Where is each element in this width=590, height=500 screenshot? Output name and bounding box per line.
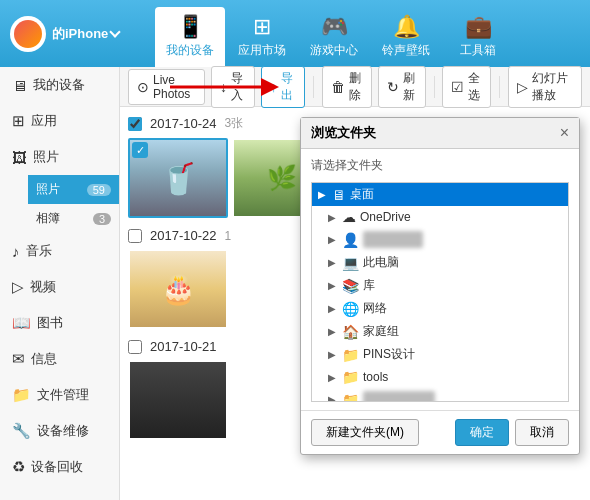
expand-icon-homegroup[interactable]: ▶ bbox=[328, 326, 338, 337]
confirm-button[interactable]: 确定 bbox=[455, 419, 509, 446]
sidebar-item-my-device[interactable]: 🖥 我的设备 bbox=[0, 67, 119, 103]
export-icon: ↑ bbox=[270, 79, 277, 95]
sidebar-item-album[interactable]: 相簿 3 bbox=[28, 204, 119, 233]
folder-icon-user1: 👤 bbox=[342, 232, 359, 248]
group-checkbox-2[interactable] bbox=[128, 229, 142, 243]
expand-icon-network[interactable]: ▶ bbox=[328, 303, 338, 314]
expand-icon-folder1[interactable]: ▶ bbox=[328, 394, 338, 402]
tab-app-market[interactable]: ⊞ 应用市场 bbox=[227, 7, 297, 67]
toolbar-separator3 bbox=[499, 76, 500, 98]
sidebar-item-recycle[interactable]: ♻ 设备回收 bbox=[0, 449, 119, 485]
select-all-button[interactable]: ☑ 全选 bbox=[442, 66, 491, 108]
app-logo bbox=[10, 16, 46, 52]
expand-icon-tools[interactable]: ▶ bbox=[328, 372, 338, 383]
sidebar-item-music[interactable]: ♪ 音乐 bbox=[0, 233, 119, 269]
browse-folder-dialog: 浏览文件夹 × 请选择文件夹 ▶ 🖥 桌面 ▶ ☁ OneDrive bbox=[300, 117, 580, 455]
folder-icon-tools: 📁 bbox=[342, 369, 359, 385]
folder-icon-desktop: 🖥 bbox=[332, 187, 346, 203]
tab-toolbox[interactable]: 💼 工具箱 bbox=[443, 7, 513, 67]
new-folder-button[interactable]: 新建文件夹(M) bbox=[311, 419, 419, 446]
device-icon: 📱 bbox=[177, 16, 204, 38]
cancel-button[interactable]: 取消 bbox=[515, 419, 569, 446]
photos-sidebar-icon: 🖼 bbox=[12, 149, 27, 166]
info-sidebar-icon: ✉ bbox=[12, 350, 25, 368]
photo-check-mark: ✓ bbox=[132, 142, 148, 158]
refresh-button[interactable]: ↻ 刷新 bbox=[378, 66, 426, 108]
import-button[interactable]: ↓ 导入 bbox=[211, 66, 255, 108]
photo-badge: 59 bbox=[87, 184, 111, 196]
appmarket-icon: ⊞ bbox=[253, 16, 271, 38]
recycle-sidebar-icon: ♻ bbox=[12, 458, 25, 476]
chevron-down-icon[interactable] bbox=[110, 26, 121, 37]
tree-item-this-pc[interactable]: ▶ 💻 此电脑 bbox=[312, 251, 568, 274]
sidebar-item-device-repair[interactable]: 🔧 设备维修 bbox=[0, 413, 119, 449]
apps-sidebar-icon: ⊞ bbox=[12, 112, 25, 130]
books-sidebar-icon: 📖 bbox=[12, 314, 31, 332]
sidebar-item-info[interactable]: ✉ 信息 bbox=[0, 341, 119, 377]
music-sidebar-icon: ♪ bbox=[12, 243, 20, 260]
slideshow-button[interactable]: ▷ 幻灯片播放 bbox=[508, 66, 582, 108]
tab-ringtone[interactable]: 🔔 铃声壁纸 bbox=[371, 7, 441, 67]
dialog-overlay: 浏览文件夹 × 请选择文件夹 ▶ 🖥 桌面 ▶ ☁ OneDrive bbox=[210, 107, 590, 500]
folder-icon-network: 🌐 bbox=[342, 301, 359, 317]
expand-icon-user1[interactable]: ▶ bbox=[328, 234, 338, 245]
group-checkbox-3[interactable] bbox=[128, 340, 142, 354]
live-photos-icon: ⊙ bbox=[137, 79, 149, 95]
live-photos-button[interactable]: ⊙ Live Photos bbox=[128, 69, 205, 105]
tab-my-device[interactable]: 📱 我的设备 bbox=[155, 7, 225, 67]
tree-item-homegroup[interactable]: ▶ 🏠 家庭组 bbox=[312, 320, 568, 343]
ringtone-icon: 🔔 bbox=[393, 16, 420, 38]
tab-game-center[interactable]: 🎮 游戏中心 bbox=[299, 7, 369, 67]
dialog-title-bar: 浏览文件夹 × bbox=[301, 118, 579, 149]
sidebar-item-apps[interactable]: ⊞ 应用 bbox=[0, 103, 119, 139]
tree-item-onedrive[interactable]: ▶ ☁ OneDrive bbox=[312, 206, 568, 228]
sidebar-item-file-mgmt[interactable]: 📁 文件管理 bbox=[0, 377, 119, 413]
import-icon: ↓ bbox=[220, 79, 227, 95]
folder-label-blurred-1: 用户文件夹 bbox=[363, 231, 423, 248]
tree-item-network[interactable]: ▶ 🌐 网络 bbox=[312, 297, 568, 320]
game-icon: 🎮 bbox=[321, 16, 348, 38]
dialog-footer: 新建文件夹(M) 确定 取消 bbox=[301, 410, 579, 454]
refresh-icon: ↻ bbox=[387, 79, 399, 95]
content-area: ⊙ Live Photos ↓ 导入 ↑ 导出 🗑 删除 ↻ 刷新 ☑ bbox=[120, 67, 590, 500]
tree-item-user1[interactable]: ▶ 👤 用户文件夹 bbox=[312, 228, 568, 251]
sidebar-item-photos-parent[interactable]: 🖼 照片 bbox=[0, 139, 119, 175]
video-sidebar-icon: ▷ bbox=[12, 278, 24, 296]
dialog-subtitle: 请选择文件夹 bbox=[301, 149, 579, 182]
expand-icon-onedrive[interactable]: ▶ bbox=[328, 212, 338, 223]
expand-icon-desktop[interactable]: ▶ bbox=[318, 189, 328, 200]
dialog-close-button[interactable]: × bbox=[560, 124, 569, 142]
folder-icon-this-pc: 💻 bbox=[342, 255, 359, 271]
group-checkbox-1[interactable] bbox=[128, 117, 142, 131]
expand-icon-this-pc[interactable]: ▶ bbox=[328, 257, 338, 268]
file-sidebar-icon: 📁 bbox=[12, 386, 31, 404]
dialog-title: 浏览文件夹 bbox=[311, 124, 376, 142]
photos-submenu: 照片 59 相簿 3 bbox=[0, 175, 119, 233]
folder-icon-library: 📚 bbox=[342, 278, 359, 294]
logo-icon bbox=[14, 20, 42, 48]
tree-item-library[interactable]: ▶ 📚 库 bbox=[312, 274, 568, 297]
toolbar-separator bbox=[313, 76, 314, 98]
tree-item-tools[interactable]: ▶ 📁 tools bbox=[312, 366, 568, 388]
delete-button[interactable]: 🗑 删除 bbox=[322, 66, 371, 108]
toolbar-separator2 bbox=[434, 76, 435, 98]
sidebar-item-photo[interactable]: 照片 59 bbox=[28, 175, 119, 204]
folder-tree[interactable]: ▶ 🖥 桌面 ▶ ☁ OneDrive ▶ 👤 用户文件夹 bbox=[311, 182, 569, 402]
nav-tabs: 📱 我的设备 ⊞ 应用市场 🎮 游戏中心 🔔 铃声壁纸 💼 工具箱 bbox=[155, 0, 580, 67]
tree-item-desktop[interactable]: ▶ 🖥 桌面 bbox=[312, 183, 568, 206]
album-badge: 3 bbox=[93, 213, 111, 225]
folder-icon-pins: 📁 bbox=[342, 347, 359, 363]
slideshow-icon: ▷ bbox=[517, 79, 528, 95]
sidebar-item-video[interactable]: ▷ 视频 bbox=[0, 269, 119, 305]
sidebar-item-books[interactable]: 📖 图书 bbox=[0, 305, 119, 341]
delete-icon: 🗑 bbox=[331, 79, 345, 95]
tree-item-folder1[interactable]: ▶ 📁 私密文件夹一 bbox=[312, 388, 568, 402]
main-layout: 🖥 我的设备 ⊞ 应用 🖼 照片 照片 59 相簿 3 ♪ 音乐 ▷ bbox=[0, 67, 590, 500]
repair-sidebar-icon: 🔧 bbox=[12, 422, 31, 440]
export-button[interactable]: ↑ 导出 bbox=[261, 66, 305, 108]
logo-area[interactable]: 的iPhone bbox=[10, 16, 155, 52]
expand-icon-library[interactable]: ▶ bbox=[328, 280, 338, 291]
tree-item-pins[interactable]: ▶ 📁 PINS设计 bbox=[312, 343, 568, 366]
folder-icon-homegroup: 🏠 bbox=[342, 324, 359, 340]
expand-icon-pins[interactable]: ▶ bbox=[328, 349, 338, 360]
